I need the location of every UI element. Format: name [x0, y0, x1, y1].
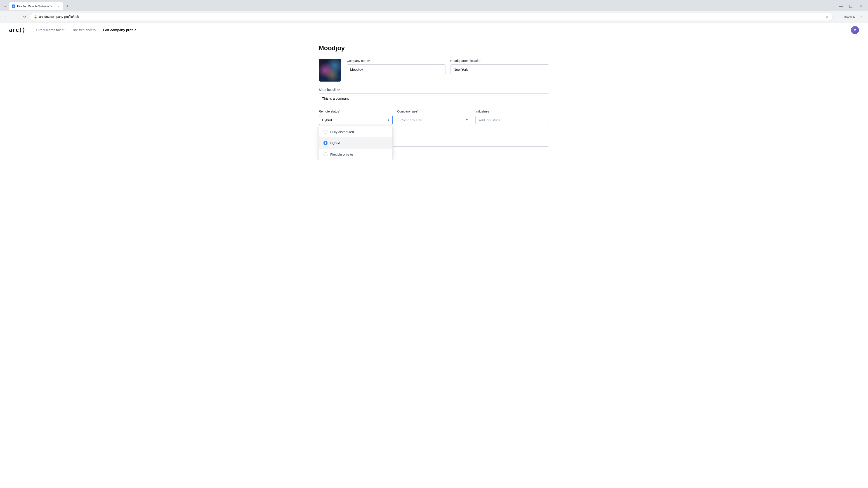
industries-field: Industries	[475, 109, 549, 125]
dropdown-item-flexible-onsite[interactable]: Flexible on-site	[319, 149, 393, 160]
remote-status-value: Hybrid	[322, 118, 332, 122]
tab-title: Hire Top Remote Software Dev...	[17, 5, 55, 8]
tab-favicon: A	[12, 4, 16, 8]
app-header: arc() Hire full-time talent Hire freelan…	[0, 23, 868, 37]
bookmark-icon[interactable]: ☆	[826, 15, 829, 19]
dropdown-item-hybrid[interactable]: Hybrid	[319, 137, 393, 149]
company-size-placeholder: Company size	[401, 118, 422, 122]
remote-status-field: Remote status* Hybrid ▲ Fully distribute…	[319, 109, 393, 125]
industries-label: Industries	[475, 109, 549, 113]
nav-bar: ← → ↺ 🔒 arc.dev/company-profile/edit ☆ ⊞…	[0, 11, 868, 23]
radio-fully-distributed	[323, 130, 328, 134]
hq-location-input[interactable]	[450, 64, 549, 74]
three-col-section: Remote status* Hybrid ▲ Fully distribute…	[319, 109, 549, 125]
tab-close-button[interactable]: ✕	[57, 4, 61, 8]
company-size-select[interactable]: Company size	[397, 115, 471, 125]
short-headline-section: Short headline*	[319, 88, 549, 103]
url-display: arc.dev/company-profile/edit	[39, 15, 824, 19]
browser-chrome: ▾ A Hire Top Remote Software Dev... ✕ + …	[0, 0, 868, 23]
hq-location-field: Headquarters location	[450, 59, 549, 74]
avatar-image: M	[851, 26, 859, 34]
window-minimize-button[interactable]: —	[837, 3, 844, 10]
app-logo[interactable]: arc()	[9, 27, 25, 33]
page-content: Moodjoy Company name* Headquarters locat…	[310, 37, 558, 160]
company-name-field: Company name*	[347, 59, 446, 74]
remote-status-label: Remote status*	[319, 109, 393, 113]
forward-button[interactable]: →	[12, 13, 19, 20]
name-location-fields: Company name* Headquarters location	[347, 59, 549, 74]
dropdown-label-flexible-onsite: Flexible on-site	[330, 153, 353, 156]
remote-status-select[interactable]: Hybrid	[319, 115, 393, 125]
nav-hire-freelancers[interactable]: Hire freelancers	[72, 28, 96, 32]
nav-links: Hire full-time talent Hire freelancers E…	[36, 28, 851, 32]
company-size-field: Company size* Company size ▼	[397, 109, 471, 125]
back-button[interactable]: ←	[3, 13, 10, 20]
tab-bar: ▾ A Hire Top Remote Software Dev... ✕ + …	[0, 0, 868, 11]
industries-input[interactable]	[475, 115, 549, 125]
window-maximize-button[interactable]: ❐	[847, 3, 855, 10]
new-tab-button[interactable]: +	[64, 3, 70, 9]
company-name-input[interactable]	[347, 64, 446, 74]
radio-hybrid	[323, 141, 328, 145]
reload-button[interactable]: ↺	[21, 13, 28, 20]
active-tab[interactable]: A Hire Top Remote Software Dev... ✕	[9, 2, 63, 10]
browser-menu-button[interactable]: ⋮	[858, 13, 865, 20]
company-name-label: Company name*	[347, 59, 446, 63]
company-name-section: Company name* Headquarters location	[319, 59, 549, 82]
browser-action-icons: ⊞ Incognito ⋮	[834, 13, 865, 20]
company-logo-upload[interactable]	[319, 59, 341, 82]
user-avatar[interactable]: M	[851, 26, 859, 34]
hq-location-label: Headquarters location	[450, 59, 549, 63]
nav-hire-fulltime[interactable]: Hire full-time talent	[36, 28, 64, 32]
radio-flexible-onsite	[323, 152, 328, 156]
dropdown-label-hybrid: Hybrid	[330, 141, 340, 145]
company-logo-image	[319, 59, 341, 82]
nav-edit-profile[interactable]: Edit company profile	[103, 28, 136, 32]
incognito-label: Incognito	[842, 13, 857, 20]
address-bar-icons: ☆	[826, 15, 829, 19]
short-headline-field: Short headline*	[319, 88, 549, 103]
page-title: Moodjoy	[319, 44, 549, 52]
company-size-label: Company size*	[397, 109, 471, 113]
company-size-select-wrapper: Company size ▼	[397, 115, 471, 125]
dropdown-item-fully-distributed[interactable]: Fully distributed	[319, 126, 393, 137]
short-headline-input[interactable]	[319, 93, 549, 103]
address-bar[interactable]: 🔒 arc.dev/company-profile/edit ☆	[30, 13, 833, 21]
short-headline-label: Short headline*	[319, 88, 549, 92]
dropdown-label-fully-distributed: Fully distributed	[330, 130, 354, 134]
remote-status-dropdown: Fully distributed Hybrid Flexible on-sit…	[319, 126, 393, 160]
window-close-button[interactable]: ✕	[857, 3, 864, 10]
remote-status-select-wrapper: Hybrid ▲ Fully distributed Hybrid	[319, 115, 393, 125]
tab-switcher-button[interactable]: ▾	[2, 3, 8, 9]
extensions-button[interactable]: ⊞	[834, 13, 842, 20]
